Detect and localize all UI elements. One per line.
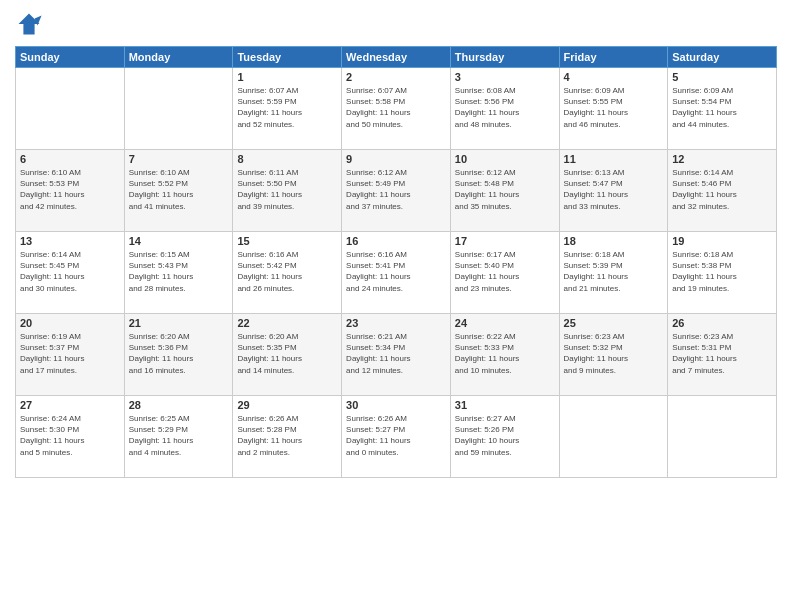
day-info: Sunrise: 6:12 AM Sunset: 5:48 PM Dayligh…	[455, 167, 555, 212]
svg-marker-0	[19, 14, 40, 35]
day-info: Sunrise: 6:26 AM Sunset: 5:28 PM Dayligh…	[237, 413, 337, 458]
day-number: 9	[346, 153, 446, 165]
day-info: Sunrise: 6:07 AM Sunset: 5:59 PM Dayligh…	[237, 85, 337, 130]
day-info: Sunrise: 6:22 AM Sunset: 5:33 PM Dayligh…	[455, 331, 555, 376]
calendar-cell: 3Sunrise: 6:08 AM Sunset: 5:56 PM Daylig…	[450, 68, 559, 150]
calendar-cell: 17Sunrise: 6:17 AM Sunset: 5:40 PM Dayli…	[450, 232, 559, 314]
day-number: 12	[672, 153, 772, 165]
day-number: 21	[129, 317, 229, 329]
calendar-cell: 20Sunrise: 6:19 AM Sunset: 5:37 PM Dayli…	[16, 314, 125, 396]
calendar-cell: 12Sunrise: 6:14 AM Sunset: 5:46 PM Dayli…	[668, 150, 777, 232]
calendar-cell: 13Sunrise: 6:14 AM Sunset: 5:45 PM Dayli…	[16, 232, 125, 314]
day-info: Sunrise: 6:10 AM Sunset: 5:53 PM Dayligh…	[20, 167, 120, 212]
day-number: 31	[455, 399, 555, 411]
calendar-cell: 26Sunrise: 6:23 AM Sunset: 5:31 PM Dayli…	[668, 314, 777, 396]
day-number: 10	[455, 153, 555, 165]
calendar-cell: 7Sunrise: 6:10 AM Sunset: 5:52 PM Daylig…	[124, 150, 233, 232]
calendar-cell: 14Sunrise: 6:15 AM Sunset: 5:43 PM Dayli…	[124, 232, 233, 314]
day-number: 7	[129, 153, 229, 165]
weekday-header-monday: Monday	[124, 47, 233, 68]
day-info: Sunrise: 6:19 AM Sunset: 5:37 PM Dayligh…	[20, 331, 120, 376]
day-info: Sunrise: 6:08 AM Sunset: 5:56 PM Dayligh…	[455, 85, 555, 130]
day-number: 5	[672, 71, 772, 83]
day-number: 6	[20, 153, 120, 165]
day-number: 1	[237, 71, 337, 83]
calendar-cell	[16, 68, 125, 150]
calendar-cell: 23Sunrise: 6:21 AM Sunset: 5:34 PM Dayli…	[342, 314, 451, 396]
weekday-header-sunday: Sunday	[16, 47, 125, 68]
calendar-cell: 16Sunrise: 6:16 AM Sunset: 5:41 PM Dayli…	[342, 232, 451, 314]
calendar-cell: 19Sunrise: 6:18 AM Sunset: 5:38 PM Dayli…	[668, 232, 777, 314]
day-number: 15	[237, 235, 337, 247]
calendar-cell: 5Sunrise: 6:09 AM Sunset: 5:54 PM Daylig…	[668, 68, 777, 150]
day-info: Sunrise: 6:25 AM Sunset: 5:29 PM Dayligh…	[129, 413, 229, 458]
calendar-cell: 29Sunrise: 6:26 AM Sunset: 5:28 PM Dayli…	[233, 396, 342, 478]
day-info: Sunrise: 6:11 AM Sunset: 5:50 PM Dayligh…	[237, 167, 337, 212]
logo-icon	[15, 10, 43, 38]
calendar-body: 1Sunrise: 6:07 AM Sunset: 5:59 PM Daylig…	[16, 68, 777, 478]
calendar-cell: 1Sunrise: 6:07 AM Sunset: 5:59 PM Daylig…	[233, 68, 342, 150]
calendar-week-0: 1Sunrise: 6:07 AM Sunset: 5:59 PM Daylig…	[16, 68, 777, 150]
calendar-cell: 9Sunrise: 6:12 AM Sunset: 5:49 PM Daylig…	[342, 150, 451, 232]
day-number: 22	[237, 317, 337, 329]
day-number: 20	[20, 317, 120, 329]
day-info: Sunrise: 6:09 AM Sunset: 5:55 PM Dayligh…	[564, 85, 664, 130]
calendar-cell	[559, 396, 668, 478]
day-number: 26	[672, 317, 772, 329]
day-number: 2	[346, 71, 446, 83]
calendar-cell: 21Sunrise: 6:20 AM Sunset: 5:36 PM Dayli…	[124, 314, 233, 396]
day-info: Sunrise: 6:10 AM Sunset: 5:52 PM Dayligh…	[129, 167, 229, 212]
day-number: 25	[564, 317, 664, 329]
day-number: 24	[455, 317, 555, 329]
day-number: 27	[20, 399, 120, 411]
weekday-header-wednesday: Wednesday	[342, 47, 451, 68]
day-info: Sunrise: 6:21 AM Sunset: 5:34 PM Dayligh…	[346, 331, 446, 376]
day-info: Sunrise: 6:20 AM Sunset: 5:36 PM Dayligh…	[129, 331, 229, 376]
calendar-week-1: 6Sunrise: 6:10 AM Sunset: 5:53 PM Daylig…	[16, 150, 777, 232]
day-number: 23	[346, 317, 446, 329]
calendar: SundayMondayTuesdayWednesdayThursdayFrid…	[15, 46, 777, 478]
header	[15, 10, 777, 38]
calendar-cell: 27Sunrise: 6:24 AM Sunset: 5:30 PM Dayli…	[16, 396, 125, 478]
calendar-cell: 22Sunrise: 6:20 AM Sunset: 5:35 PM Dayli…	[233, 314, 342, 396]
day-info: Sunrise: 6:16 AM Sunset: 5:42 PM Dayligh…	[237, 249, 337, 294]
weekday-header-tuesday: Tuesday	[233, 47, 342, 68]
day-info: Sunrise: 6:17 AM Sunset: 5:40 PM Dayligh…	[455, 249, 555, 294]
calendar-cell: 10Sunrise: 6:12 AM Sunset: 5:48 PM Dayli…	[450, 150, 559, 232]
day-info: Sunrise: 6:14 AM Sunset: 5:45 PM Dayligh…	[20, 249, 120, 294]
calendar-cell: 15Sunrise: 6:16 AM Sunset: 5:42 PM Dayli…	[233, 232, 342, 314]
day-info: Sunrise: 6:07 AM Sunset: 5:58 PM Dayligh…	[346, 85, 446, 130]
calendar-cell: 28Sunrise: 6:25 AM Sunset: 5:29 PM Dayli…	[124, 396, 233, 478]
calendar-cell: 31Sunrise: 6:27 AM Sunset: 5:26 PM Dayli…	[450, 396, 559, 478]
day-number: 14	[129, 235, 229, 247]
calendar-cell: 25Sunrise: 6:23 AM Sunset: 5:32 PM Dayli…	[559, 314, 668, 396]
calendar-cell: 18Sunrise: 6:18 AM Sunset: 5:39 PM Dayli…	[559, 232, 668, 314]
calendar-header: SundayMondayTuesdayWednesdayThursdayFrid…	[16, 47, 777, 68]
weekday-header-friday: Friday	[559, 47, 668, 68]
day-info: Sunrise: 6:16 AM Sunset: 5:41 PM Dayligh…	[346, 249, 446, 294]
calendar-cell: 2Sunrise: 6:07 AM Sunset: 5:58 PM Daylig…	[342, 68, 451, 150]
day-number: 30	[346, 399, 446, 411]
calendar-cell: 11Sunrise: 6:13 AM Sunset: 5:47 PM Dayli…	[559, 150, 668, 232]
day-info: Sunrise: 6:18 AM Sunset: 5:38 PM Dayligh…	[672, 249, 772, 294]
day-info: Sunrise: 6:15 AM Sunset: 5:43 PM Dayligh…	[129, 249, 229, 294]
calendar-cell: 30Sunrise: 6:26 AM Sunset: 5:27 PM Dayli…	[342, 396, 451, 478]
day-number: 29	[237, 399, 337, 411]
day-info: Sunrise: 6:14 AM Sunset: 5:46 PM Dayligh…	[672, 167, 772, 212]
weekday-row: SundayMondayTuesdayWednesdayThursdayFrid…	[16, 47, 777, 68]
page: SundayMondayTuesdayWednesdayThursdayFrid…	[0, 0, 792, 612]
day-info: Sunrise: 6:20 AM Sunset: 5:35 PM Dayligh…	[237, 331, 337, 376]
day-number: 11	[564, 153, 664, 165]
calendar-cell	[668, 396, 777, 478]
day-number: 16	[346, 235, 446, 247]
calendar-week-3: 20Sunrise: 6:19 AM Sunset: 5:37 PM Dayli…	[16, 314, 777, 396]
logo	[15, 10, 46, 38]
calendar-cell: 4Sunrise: 6:09 AM Sunset: 5:55 PM Daylig…	[559, 68, 668, 150]
day-number: 19	[672, 235, 772, 247]
calendar-week-4: 27Sunrise: 6:24 AM Sunset: 5:30 PM Dayli…	[16, 396, 777, 478]
day-number: 13	[20, 235, 120, 247]
calendar-cell: 24Sunrise: 6:22 AM Sunset: 5:33 PM Dayli…	[450, 314, 559, 396]
weekday-header-thursday: Thursday	[450, 47, 559, 68]
calendar-week-2: 13Sunrise: 6:14 AM Sunset: 5:45 PM Dayli…	[16, 232, 777, 314]
weekday-header-saturday: Saturday	[668, 47, 777, 68]
